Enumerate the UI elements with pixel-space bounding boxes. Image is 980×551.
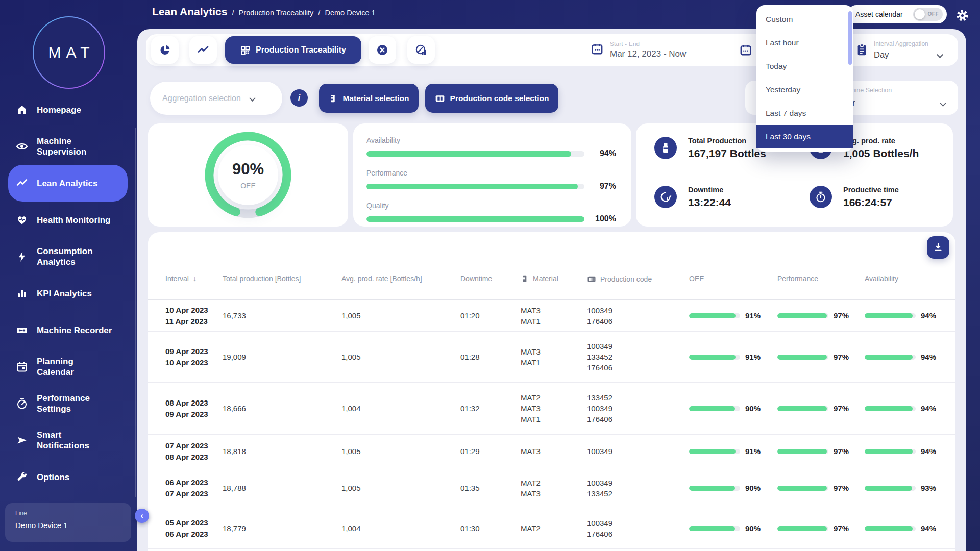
table-row[interactable]: 09 Apr 202310 Apr 2023 19,009 1,005 01:2… xyxy=(148,332,955,383)
cell-performance: 97 xyxy=(777,524,865,533)
bolt-icon xyxy=(15,250,29,263)
table-row[interactable]: 05 Apr 202306 Apr 2023 18,779 1,004 01:3… xyxy=(148,508,955,549)
interval-aggregation-label: Interval Aggregation xyxy=(874,40,928,47)
cell-oee: 91 xyxy=(689,311,777,320)
menu-item-last-hour[interactable]: Last hour xyxy=(756,31,853,55)
cell-availability: 94 xyxy=(865,404,949,413)
cell-avg-prod-rate: 1,005 xyxy=(341,311,460,320)
sidebar-item-homepage[interactable]: Homepage xyxy=(8,91,128,128)
date-range-menu: Custom Last hour Today Yesterday Last 7 … xyxy=(756,5,853,152)
sidebar-scrollbar[interactable] xyxy=(135,128,136,497)
column-interval[interactable]: Interval↓ xyxy=(165,274,223,283)
cell-availability: 93 xyxy=(865,484,949,492)
interval-aggregation-select[interactable]: Day xyxy=(874,50,889,60)
cell-production-code: 133452100349176406 xyxy=(587,392,689,424)
cell-total-production: 19,009 xyxy=(223,353,341,361)
toggle-knob xyxy=(915,9,925,19)
column-availability: Availability xyxy=(865,274,949,283)
toggle-state: OFF xyxy=(928,11,939,17)
cell-interval: 09 Apr 202310 Apr 2023 xyxy=(165,346,223,368)
cell-total-production: 16,733 xyxy=(223,311,341,320)
metric-label: Availability xyxy=(366,136,616,144)
sidebar-item-machine-supervision[interactable]: Machine Supervision xyxy=(8,128,128,165)
menu-item-today[interactable]: Today xyxy=(756,55,853,78)
cell-downtime: 01:29 xyxy=(460,447,521,456)
date-range-picker[interactable]: Start - End Mar 12, 2023 - Now xyxy=(591,34,686,66)
production-code-selection-button[interactable]: Production code selection xyxy=(425,84,558,113)
sidebar-item-label: Planning Calendar xyxy=(37,356,98,378)
performance-metric: Performance 97 xyxy=(366,169,616,191)
kpi-label: Avg. prod. rate xyxy=(843,137,919,145)
info-button[interactable]: i xyxy=(290,89,308,107)
sidebar-item-smart-notifications[interactable]: Smart Notifications xyxy=(8,422,128,459)
asset-calendar-toggle[interactable]: OFF xyxy=(913,8,943,21)
device-card-value: Demo Device 1 xyxy=(15,521,131,530)
table-row[interactable]: 06 Apr 202307 Apr 2023 18,788 1,005 01:3… xyxy=(148,468,955,508)
eye-icon xyxy=(15,140,29,153)
oee-gauge-card: 90 OEE xyxy=(148,123,348,227)
breadcrumb-section[interactable]: Production Traceability xyxy=(239,9,314,17)
metric-value: 94 xyxy=(592,149,616,158)
kpi-label: Productive time xyxy=(843,186,899,194)
aggregation-selection-dropdown[interactable]: Aggregation selection xyxy=(150,82,282,115)
sort-descending-icon[interactable]: ↓ xyxy=(193,274,197,283)
calendar-shortcut-button[interactable] xyxy=(738,42,753,58)
sidebar: MAT Homepage Machine Supervision Lean An… xyxy=(0,0,137,551)
chart-report-button[interactable] xyxy=(407,36,435,64)
production-traceability-button[interactable]: Production Traceability xyxy=(225,36,361,64)
cell-performance: 97 xyxy=(777,447,865,456)
sidebar-item-label: Smart Notifications xyxy=(37,430,108,451)
pie-chart-view-button[interactable] xyxy=(151,36,179,64)
cell-downtime: 01:30 xyxy=(460,524,521,533)
sidebar-item-machine-recorder[interactable]: Machine Recorder xyxy=(8,312,128,348)
cell-total-production: 18,818 xyxy=(223,447,341,456)
cell-availability: 94 xyxy=(865,447,949,456)
cell-material: MAT3 xyxy=(521,446,587,457)
quality-metric: Quality 100 xyxy=(366,202,616,223)
home-icon xyxy=(15,103,29,116)
settings-gear-icon[interactable] xyxy=(955,9,969,24)
device-card[interactable]: Line Demo Device 1 xyxy=(5,503,131,542)
sidebar-item-health-monitoring[interactable]: Health Monitoring xyxy=(8,202,128,238)
sidebar-item-label: Homepage xyxy=(37,105,81,115)
table-row[interactable]: 10 Apr 202311 Apr 2023 16,733 1,005 01:2… xyxy=(148,300,955,332)
sidebar-item-consumption-analytics[interactable]: Consumption Analytics xyxy=(8,238,128,275)
menu-item-last-30-days[interactable]: Last 30 days xyxy=(756,125,853,148)
barcode-icon xyxy=(587,274,596,284)
app-window: MAT Homepage Machine Supervision Lean An… xyxy=(0,0,980,551)
table-body: 10 Apr 202311 Apr 2023 16,733 1,005 01:2… xyxy=(148,300,955,549)
metrics-card: Availability 94 Performance 97 Quality 1… xyxy=(353,123,631,227)
clear-selection-button[interactable] xyxy=(369,36,396,64)
divider xyxy=(730,40,730,60)
sidebar-item-planning-calendar[interactable]: Planning Calendar xyxy=(8,348,128,385)
cell-performance: 97 xyxy=(777,404,865,413)
menu-scrollbar[interactable] xyxy=(848,11,852,65)
menu-item-custom[interactable]: Custom xyxy=(756,8,853,31)
kpi-total-production: Total Production 167,197 Bottles xyxy=(654,137,766,160)
bar-chart-icon xyxy=(15,287,29,300)
material-selection-button[interactable]: Material selection xyxy=(319,84,419,113)
trend-view-button[interactable] xyxy=(189,36,217,64)
sidebar-item-lean-analytics[interactable]: Lean Analytics xyxy=(8,165,128,202)
cell-availability: 94 xyxy=(865,524,949,533)
sidebar-nav: Homepage Machine Supervision Lean Analyt… xyxy=(0,91,137,495)
menu-item-last-7-days[interactable]: Last 7 days xyxy=(756,102,853,125)
asset-calendar-pill: Asset calendar OFF xyxy=(847,5,947,23)
sidebar-collapse-button[interactable]: ‹ xyxy=(135,509,149,523)
material-cylinder-icon xyxy=(328,94,337,103)
sidebar-item-performance-settings[interactable]: Performance Settings xyxy=(8,385,128,422)
sidebar-item-kpi-analytics[interactable]: KPI Analytics xyxy=(8,275,128,312)
menu-item-yesterday[interactable]: Yesterday xyxy=(756,78,853,102)
breadcrumb-device[interactable]: Demo Device 1 xyxy=(325,9,375,17)
production-traceability-label: Production Traceability xyxy=(256,45,346,55)
sidebar-item-options[interactable]: Options xyxy=(8,459,128,495)
table-header: Interval↓ Total production [Bottles] Avg… xyxy=(148,274,955,300)
table-row[interactable]: 07 Apr 202308 Apr 2023 18,818 1,005 01:2… xyxy=(148,435,955,468)
cell-downtime: 01:28 xyxy=(460,353,521,361)
download-button[interactable] xyxy=(927,236,949,259)
sidebar-item-label: Options xyxy=(37,472,69,483)
table-row[interactable]: 08 Apr 202309 Apr 2023 18,666 1,004 01:3… xyxy=(148,383,955,435)
trend-icon xyxy=(15,177,29,190)
kpi-value: 167,197 Bottles xyxy=(688,147,766,160)
chevron-down-icon[interactable] xyxy=(937,52,943,58)
